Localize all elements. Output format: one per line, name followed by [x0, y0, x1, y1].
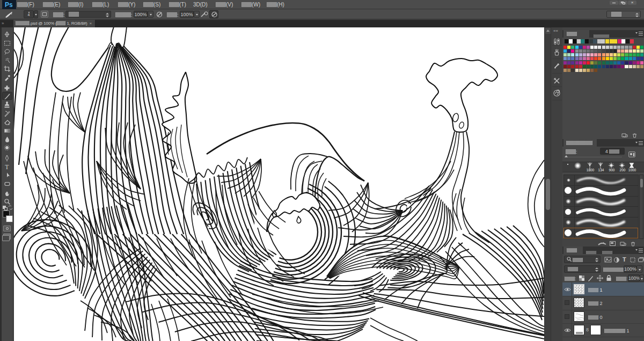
svg-text:T: T	[5, 163, 9, 170]
